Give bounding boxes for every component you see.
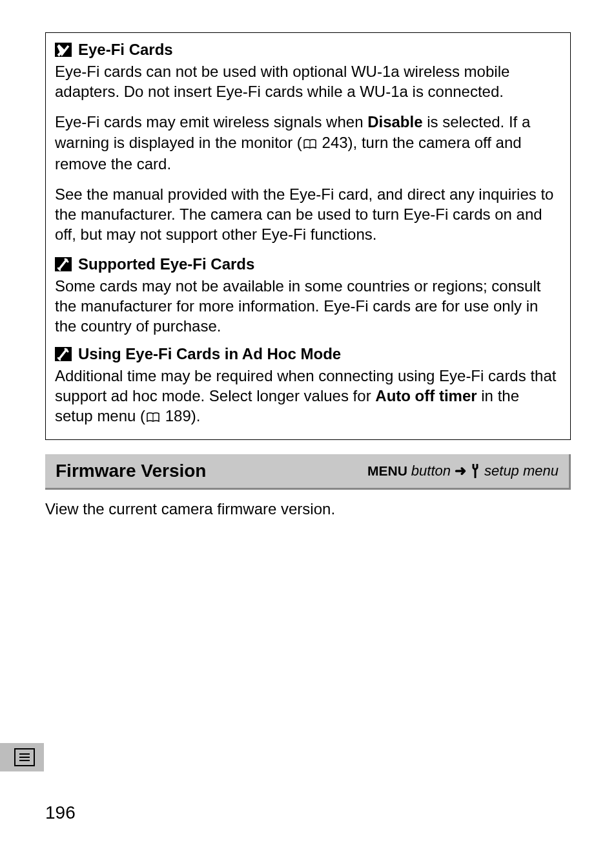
- firmware-description: View the current camera firmware version…: [45, 499, 571, 519]
- paragraph: Eye-Fi cards can not be used with option…: [55, 61, 561, 101]
- book-icon: [147, 407, 159, 427]
- paragraph: Some cards may not be available in some …: [55, 276, 561, 337]
- section-title: Eye-Fi Cards: [78, 41, 173, 59]
- text: ).: [191, 407, 201, 424]
- info-box: Eye-Fi Cards Eye-Fi cards can not be use…: [45, 32, 571, 440]
- caution-icon: [55, 43, 72, 57]
- wrench-icon: [470, 464, 480, 478]
- page-ref: 189: [165, 407, 191, 424]
- book-icon: [303, 134, 316, 154]
- arrow-icon: ➜: [455, 463, 466, 479]
- section-head-supported: Supported Eye-Fi Cards: [55, 255, 561, 273]
- paragraph: See the manual provided with the Eye-Fi …: [55, 184, 561, 245]
- section-header-bar: Firmware Version MENU button ➜ setup men…: [45, 454, 571, 490]
- menu-label: MENU: [367, 463, 407, 479]
- paragraph: Eye-Fi cards may emit wireless signals w…: [55, 112, 561, 174]
- bold-text: Auto off timer: [375, 387, 477, 404]
- page-number: 196: [45, 802, 76, 823]
- bold-text: Disable: [367, 113, 422, 131]
- button-label: button: [411, 463, 451, 479]
- list-icon: [14, 748, 35, 766]
- section-head-adhoc: Using Eye-Fi Cards in Ad Hoc Mode: [55, 345, 561, 363]
- section-title: Supported Eye-Fi Cards: [78, 255, 254, 273]
- side-tab: [0, 743, 44, 771]
- note-icon: [55, 257, 72, 271]
- section-head-eyefi: Eye-Fi Cards: [55, 41, 561, 59]
- text: Eye-Fi cards may emit wireless signals w…: [55, 113, 367, 131]
- header-title: Firmware Version: [56, 461, 206, 481]
- page-ref: 243: [322, 134, 348, 151]
- section-title: Using Eye-Fi Cards in Ad Hoc Mode: [78, 345, 341, 363]
- header-breadcrumb: MENU button ➜ setup menu: [367, 463, 559, 479]
- setup-menu-label: setup menu: [484, 463, 559, 479]
- paragraph: Additional time may be required when con…: [55, 366, 561, 428]
- note-icon: [55, 347, 72, 361]
